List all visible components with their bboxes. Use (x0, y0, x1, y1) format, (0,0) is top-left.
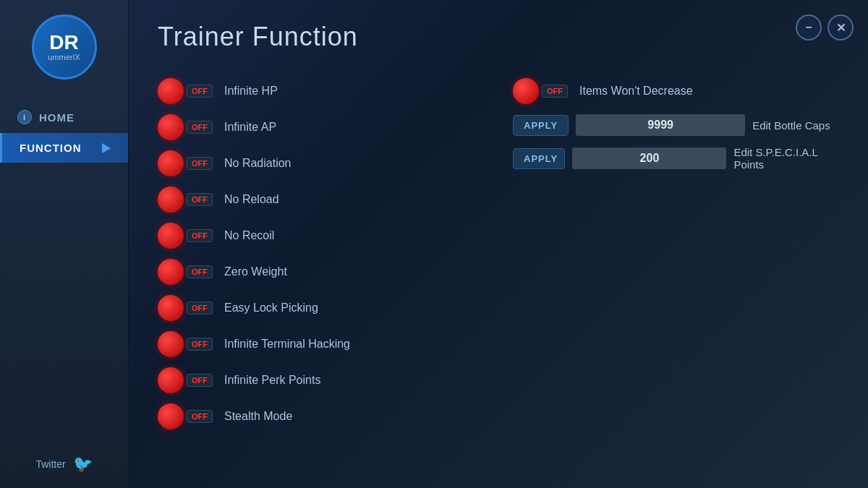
chevron-right-icon (102, 143, 111, 153)
toggle-circle (158, 114, 184, 140)
list-item: OFF No Radiation (158, 146, 498, 181)
function-label: No Recoil (224, 229, 274, 242)
function-label: Easy Lock Picking (224, 301, 318, 314)
function-label: Items Won't Decrease (579, 85, 693, 98)
left-column: OFF Infinite HP OFF Infinite AP OFF No R… (158, 74, 498, 434)
no-reload-toggle[interactable]: OFF (158, 187, 213, 213)
function-label: Infinite Perk Points (224, 374, 320, 387)
toggle-circle (158, 331, 184, 357)
avatar: DR ummerIX (32, 14, 97, 80)
special-points-input[interactable] (572, 147, 726, 169)
info-icon: i (17, 110, 32, 124)
list-item: OFF Zero Weight (158, 254, 498, 289)
toggle-state: OFF (187, 229, 213, 242)
toggle-circle (158, 403, 184, 429)
zero-weight-toggle[interactable]: OFF (158, 259, 213, 285)
sidebar-item-function-label: FUNCTION (20, 142, 82, 154)
infinite-hp-toggle[interactable]: OFF (158, 78, 213, 104)
close-button[interactable]: ✕ (827, 14, 854, 40)
list-item: OFF Infinite AP (158, 110, 498, 145)
list-item: OFF No Reload (158, 182, 498, 217)
toggle-state: OFF (187, 374, 213, 387)
list-item: OFF Infinite Terminal Hacking (158, 327, 498, 361)
function-label: No Reload (224, 193, 279, 206)
toggle-state: OFF (187, 193, 213, 206)
avatar-sub: ummerIX (48, 53, 80, 61)
toggle-circle (158, 78, 184, 104)
main-content: − ✕ Trainer Function OFF Infinite HP OFF… (129, 0, 868, 488)
toggle-state: OFF (187, 85, 213, 98)
sidebar-item-function[interactable]: FUNCTION (0, 133, 128, 163)
function-label: Zero Weight (224, 265, 287, 278)
infinite-perk-points-toggle[interactable]: OFF (158, 367, 213, 393)
twitter-label: Twitter (35, 458, 65, 470)
sidebar-item-home[interactable]: i HOME (0, 101, 128, 133)
toggle-state: OFF (187, 338, 213, 351)
list-item: OFF Infinite Perk Points (158, 363, 498, 398)
list-item: OFF Items Won't Decrease (513, 74, 839, 108)
window-controls: − ✕ (796, 14, 854, 40)
toggle-circle (158, 259, 184, 285)
toggle-circle (513, 78, 539, 104)
infinite-ap-toggle[interactable]: OFF (158, 114, 213, 140)
toggle-state: OFF (187, 265, 213, 278)
toggle-circle (158, 367, 184, 393)
bottle-caps-input[interactable] (576, 114, 745, 136)
avatar-letters: DR (49, 33, 78, 53)
toggle-state: OFF (542, 85, 568, 98)
apply-special-points-button[interactable]: APPLY (513, 148, 565, 169)
function-label: Edit S.P.E.C.I.A.L Points (733, 146, 839, 171)
sidebar-footer: Twitter 🐦 (35, 455, 92, 488)
toggle-state: OFF (187, 410, 213, 423)
minimize-button[interactable]: − (796, 14, 822, 40)
function-label: Infinite Terminal Hacking (224, 338, 350, 351)
toggle-circle (158, 295, 184, 321)
toggle-state: OFF (187, 157, 213, 170)
sidebar-item-home-label: HOME (39, 111, 75, 124)
sidebar: DR ummerIX i HOME FUNCTION Twitter 🐦 (0, 0, 129, 488)
infinite-terminal-hacking-toggle[interactable]: OFF (158, 331, 213, 357)
list-item: OFF Infinite HP (158, 74, 498, 108)
toggle-circle (158, 187, 184, 213)
toggle-state: OFF (187, 301, 213, 314)
function-label: Infinite HP (224, 85, 278, 98)
function-label: Edit Bottle Caps (752, 119, 830, 132)
function-label: No Radiation (224, 157, 292, 170)
right-column: OFF Items Won't Decrease APPLY Edit Bott… (498, 74, 839, 434)
no-radiation-toggle[interactable]: OFF (158, 150, 213, 176)
list-item: APPLY Edit Bottle Caps (513, 110, 839, 140)
functions-grid: OFF Infinite HP OFF Infinite AP OFF No R… (158, 74, 839, 434)
list-item: APPLY Edit S.P.E.C.I.A.L Points (513, 142, 839, 175)
toggle-circle (158, 150, 184, 176)
sidebar-nav: i HOME FUNCTION (0, 101, 128, 163)
list-item: OFF Easy Lock Picking (158, 291, 498, 325)
apply-bottle-caps-button[interactable]: APPLY (513, 115, 569, 136)
twitter-icon[interactable]: 🐦 (73, 455, 93, 474)
function-label: Infinite AP (224, 121, 276, 134)
toggle-state: OFF (187, 121, 213, 134)
page-title: Trainer Function (158, 22, 839, 52)
function-label: Stealth Mode (224, 410, 292, 423)
list-item: OFF No Recoil (158, 218, 498, 253)
list-item: OFF Stealth Mode (158, 399, 498, 434)
easy-lock-picking-toggle[interactable]: OFF (158, 295, 213, 321)
no-recoil-toggle[interactable]: OFF (158, 223, 213, 249)
items-wont-decrease-toggle[interactable]: OFF (513, 78, 568, 104)
toggle-circle (158, 223, 184, 249)
stealth-mode-toggle[interactable]: OFF (158, 403, 213, 429)
